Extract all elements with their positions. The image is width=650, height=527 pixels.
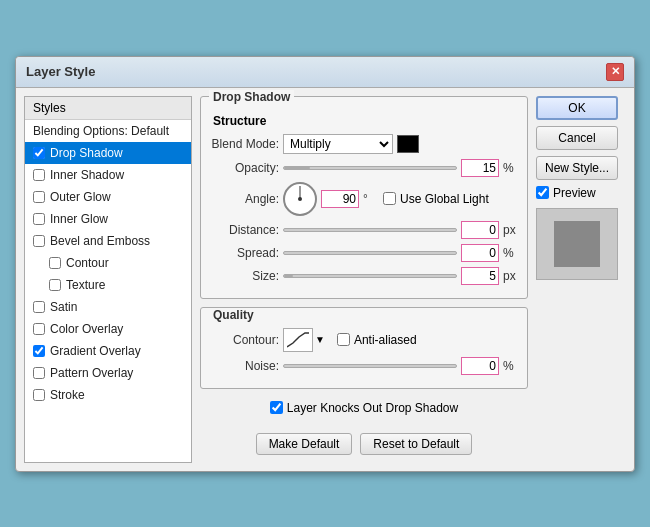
drop-shadow-section: Drop Shadow Structure Blend Mode: Multip… (200, 96, 528, 299)
drop-shadow-checkbox[interactable] (33, 147, 45, 159)
noise-unit: % (503, 359, 519, 373)
size-row: Size: px (209, 267, 519, 285)
knockout-text: Layer Knocks Out Drop Shadow (287, 401, 458, 415)
angle-row: Angle: ° Use Global Light (209, 182, 519, 216)
spread-input[interactable] (461, 244, 499, 262)
inner-shadow-label: Inner Shadow (50, 168, 124, 182)
sidebar-item-bevel-emboss[interactable]: Bevel and Emboss (25, 230, 191, 252)
preview-label[interactable]: Preview (536, 186, 626, 200)
sidebar-item-outer-glow[interactable]: Outer Glow (25, 186, 191, 208)
opacity-slider[interactable] (283, 166, 457, 170)
anti-alias-label: Anti-aliased (354, 333, 417, 347)
outer-glow-checkbox[interactable] (33, 191, 45, 203)
angle-unit: ° (363, 192, 379, 206)
texture-label: Texture (66, 278, 105, 292)
sidebar-item-satin[interactable]: Satin (25, 296, 191, 318)
color-overlay-checkbox[interactable] (33, 323, 45, 335)
sidebar-item-blending[interactable]: Blending Options: Default (25, 120, 191, 142)
opacity-input[interactable]: 15 (461, 159, 499, 177)
angle-input[interactable] (321, 190, 359, 208)
left-panel: Styles Blending Options: Default Drop Sh… (24, 96, 192, 463)
size-unit: px (503, 269, 519, 283)
middle-panel: Drop Shadow Structure Blend Mode: Multip… (200, 96, 528, 463)
inner-shadow-checkbox[interactable] (33, 169, 45, 181)
sidebar-item-inner-shadow[interactable]: Inner Shadow (25, 164, 191, 186)
blend-mode-select[interactable]: Multiply Normal Screen Overlay (283, 134, 393, 154)
styles-header: Styles (25, 97, 191, 120)
blend-mode-label: Blend Mode: (209, 137, 279, 151)
anti-alias-checkbox-label[interactable]: Anti-aliased (337, 333, 417, 347)
quality-title: Quality (209, 308, 258, 322)
sidebar-item-color-overlay[interactable]: Color Overlay (25, 318, 191, 340)
noise-label: Noise: (209, 359, 279, 373)
bottom-buttons: Make Default Reset to Default (200, 427, 528, 463)
reset-to-default-button[interactable]: Reset to Default (360, 433, 472, 455)
make-default-button[interactable]: Make Default (256, 433, 353, 455)
blend-mode-row: Blend Mode: Multiply Normal Screen Overl… (209, 134, 519, 154)
opacity-row: Opacity: 15 % (209, 159, 519, 177)
knockout-label[interactable]: Layer Knocks Out Drop Shadow (270, 401, 458, 415)
pattern-overlay-label: Pattern Overlay (50, 366, 133, 380)
distance-input[interactable] (461, 221, 499, 239)
distance-label: Distance: (209, 223, 279, 237)
gradient-overlay-label: Gradient Overlay (50, 344, 141, 358)
right-panel: OK Cancel New Style... Preview (536, 96, 626, 463)
knockout-row: Layer Knocks Out Drop Shadow (200, 397, 528, 419)
sidebar-item-stroke[interactable]: Stroke (25, 384, 191, 406)
inner-glow-checkbox[interactable] (33, 213, 45, 225)
sidebar-item-drop-shadow[interactable]: Drop Shadow (25, 142, 191, 164)
bevel-emboss-label: Bevel and Emboss (50, 234, 150, 248)
pattern-overlay-checkbox[interactable] (33, 367, 45, 379)
spread-slider[interactable] (283, 251, 457, 255)
size-slider[interactable] (283, 274, 457, 278)
title-bar: Layer Style ✕ (16, 57, 634, 88)
noise-slider[interactable] (283, 364, 457, 368)
contour-row: Contour: ▼ Anti-aliased (209, 328, 519, 352)
satin-label: Satin (50, 300, 77, 314)
knockout-checkbox[interactable] (270, 401, 283, 414)
layer-style-dialog: Layer Style ✕ Styles Blending Options: D… (15, 56, 635, 472)
sidebar-item-inner-glow[interactable]: Inner Glow (25, 208, 191, 230)
texture-checkbox[interactable] (49, 279, 61, 291)
noise-row: Noise: % (209, 357, 519, 375)
sidebar-item-contour[interactable]: Contour (25, 252, 191, 274)
anti-alias-checkbox[interactable] (337, 333, 350, 346)
ok-button[interactable]: OK (536, 96, 618, 120)
sidebar-item-texture[interactable]: Texture (25, 274, 191, 296)
global-light-label[interactable]: Use Global Light (383, 192, 489, 206)
structure-subtitle: Structure (213, 114, 519, 128)
contour-dropdown-arrow[interactable]: ▼ (315, 334, 325, 345)
stroke-checkbox[interactable] (33, 389, 45, 401)
satin-checkbox[interactable] (33, 301, 45, 313)
blend-color-swatch[interactable] (397, 135, 419, 153)
sidebar-item-pattern-overlay[interactable]: Pattern Overlay (25, 362, 191, 384)
size-input[interactable] (461, 267, 499, 285)
angle-dial[interactable] (283, 182, 317, 216)
preview-inner (554, 221, 600, 267)
global-light-checkbox[interactable] (383, 192, 396, 205)
contour-label: Contour (66, 256, 109, 270)
preview-text: Preview (553, 186, 596, 200)
preview-checkbox[interactable] (536, 186, 549, 199)
gradient-overlay-checkbox[interactable] (33, 345, 45, 357)
quality-section: Quality Contour: ▼ Anti-alia (200, 307, 528, 389)
spread-label: Spread: (209, 246, 279, 260)
opacity-label: Opacity: (209, 161, 279, 175)
sidebar-item-gradient-overlay[interactable]: Gradient Overlay (25, 340, 191, 362)
stroke-label: Stroke (50, 388, 85, 402)
noise-input[interactable] (461, 357, 499, 375)
inner-glow-label: Inner Glow (50, 212, 108, 226)
section-title: Drop Shadow (209, 90, 294, 104)
dialog-body: Styles Blending Options: Default Drop Sh… (16, 88, 634, 471)
contour-thumbnail[interactable] (283, 328, 313, 352)
close-button[interactable]: ✕ (606, 63, 624, 81)
drop-shadow-label: Drop Shadow (50, 146, 123, 160)
cancel-button[interactable]: Cancel (536, 126, 618, 150)
distance-slider[interactable] (283, 228, 457, 232)
outer-glow-label: Outer Glow (50, 190, 111, 204)
bevel-emboss-checkbox[interactable] (33, 235, 45, 247)
preview-box (536, 208, 618, 280)
contour-checkbox[interactable] (49, 257, 61, 269)
contour-label: Contour: (209, 333, 279, 347)
new-style-button[interactable]: New Style... (536, 156, 618, 180)
